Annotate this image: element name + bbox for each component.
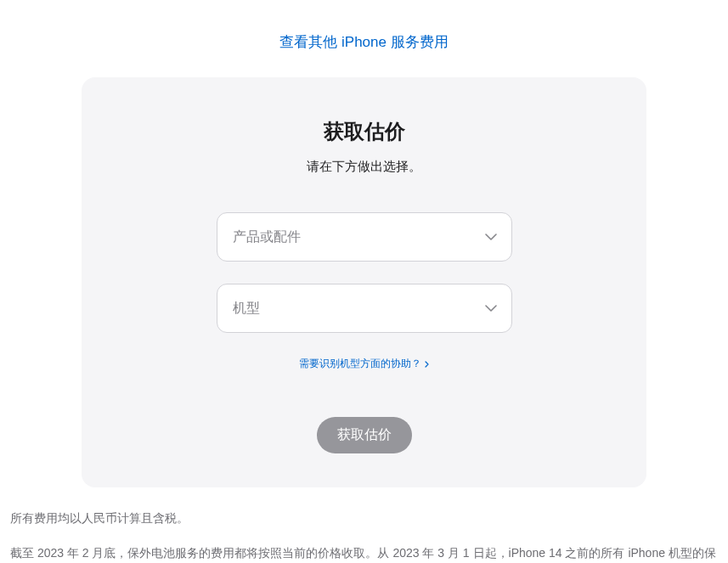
footer-price-note: 截至 2023 年 2 月底，保外电池服务的费用都将按照当前的价格收取。从 20… [10,543,718,563]
card-subtitle: 请在下方做出选择。 [116,159,612,175]
top-service-link-container: 查看其他 iPhone 服务费用 [0,0,728,77]
model-select-wrapper: 机型 [217,284,512,333]
footer-tax-note: 所有费用均以人民币计算且含税。 [10,508,718,529]
product-select[interactable]: 产品或配件 [217,212,512,262]
estimate-card: 获取估价 请在下方做出选择。 产品或配件 机型 需要识别机型方面的协助？ 获取估… [82,77,646,487]
card-title: 获取估价 [116,118,612,145]
model-select[interactable]: 机型 [217,284,512,333]
other-service-fees-link[interactable]: 查看其他 iPhone 服务费用 [279,34,448,50]
get-estimate-button[interactable]: 获取估价 [317,417,412,453]
help-link-label: 需要识别机型方面的协助？ [299,357,421,371]
footer-price-note-part1: 截至 2023 年 2 月底，保外电池服务的费用都将按照当前的价格收取。从 20… [10,546,716,563]
identify-model-help-link[interactable]: 需要识别机型方面的协助？ [299,357,429,371]
product-select-wrapper: 产品或配件 [217,212,512,262]
chevron-right-icon [425,361,429,368]
footer-text: 所有费用均以人民币计算且含税。 截至 2023 年 2 月底，保外电池服务的费用… [0,487,728,563]
